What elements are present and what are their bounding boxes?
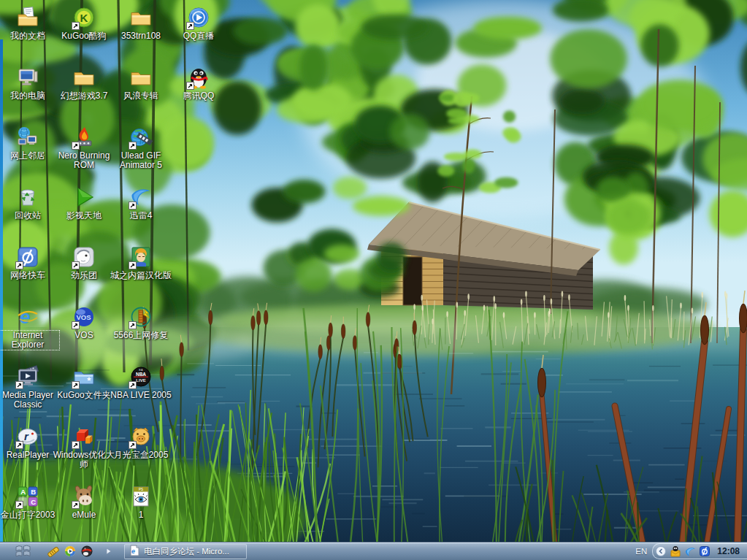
desktop-icon-recycle-bin[interactable]: 回收站	[0, 185, 55, 220]
desktop-icon-kugoo[interactable]: KKuGoo酷狗	[56, 6, 112, 41]
folder-icon	[129, 66, 153, 89]
desktop-icon-typing-blocks[interactable]: ABC金山打字2003	[0, 485, 55, 520]
ie-page-icon: e	[129, 545, 140, 559]
desktop-icon-label: 353trn108	[110, 31, 172, 41]
desktop-icon-label: KuGoo酷狗	[53, 31, 115, 41]
desktop-icon-label: 迅雷4	[110, 211, 172, 220]
folder-icon	[72, 66, 96, 89]
desktop-icon-kugoo-folder[interactable]: KuGoo文件夹	[56, 365, 112, 400]
desktop-icon-label: 网络快车	[0, 271, 59, 280]
desktop-icon-image-viewer[interactable]: PS1	[113, 485, 169, 520]
tray-area: EN 12:08	[635, 542, 747, 560]
flashget-icon	[16, 245, 39, 269]
desktop-icon-qq-live[interactable]: QQ直播	[171, 6, 226, 41]
desktop-icon-layer: 我的文档我的电脑网上邻居回收站网络快车eInternet ExplorerMed…	[0, 0, 747, 542]
anime-character-icon	[129, 245, 153, 269]
desktop-icon-thunder-bird[interactable]: 迅雷4	[113, 185, 169, 220]
desktop-icon-label: 1	[110, 510, 172, 520]
desktop-icon-label: 回收站	[0, 211, 59, 220]
windows-flag-icon[interactable]	[12, 543, 37, 559]
desktop-icon-green-play[interactable]: 影视天地	[56, 185, 112, 220]
green-play-icon	[72, 185, 96, 209]
o2jam-icon	[72, 245, 96, 269]
desktop-icon-label: Internet Explorer	[0, 331, 59, 350]
taskbar-clock[interactable]: 12:08	[713, 546, 746, 556]
desktop-icon-nba-live[interactable]: EANBALIVENBA LIVE 2005	[113, 365, 169, 400]
desktop-icon-label: 幻想游戏3.7	[53, 91, 115, 101]
emule-donkey-icon	[72, 485, 96, 508]
ulead-globe-icon	[129, 126, 153, 149]
desktop-icon-label: 我的电脑	[0, 91, 59, 101]
desktop-icon-label: eMule	[53, 510, 115, 520]
desktop-icon-anime-character[interactable]: 城之内篇汉化版	[113, 245, 169, 280]
quick-launch-expand-arrow[interactable]	[104, 545, 114, 557]
desktop-icon-label: Ulead GIF Animator 5	[110, 151, 172, 170]
desktop-icon-web-repair[interactable]: 5566上网修复	[113, 305, 169, 340]
desktop-icon-label: QQ直播	[167, 31, 230, 41]
desktop-icon-label: Windows优化大师	[53, 450, 115, 469]
windows-media-player-icon[interactable]	[64, 545, 77, 558]
internet-explorer-icon: e	[16, 305, 39, 329]
media-player-classic-icon	[16, 365, 39, 388]
svg-text:LIVE: LIVE	[136, 378, 145, 383]
desktop-icon-nero-flame[interactable]: Nero Burning ROM	[56, 126, 112, 170]
language-indicator[interactable]: EN	[635, 547, 647, 556]
desktop-icon-qq-penguin[interactable]: 腾讯QQ	[171, 66, 226, 101]
desktop-icon-network-places[interactable]: 网上邻居	[0, 126, 55, 161]
flashget-tray-icon[interactable]	[699, 545, 710, 557]
svg-text:K: K	[80, 12, 88, 24]
desktop-icon-my-computer[interactable]: 我的电脑	[0, 66, 55, 101]
recycle-bin-icon	[16, 185, 39, 209]
vos-sphere-icon: VOS	[72, 305, 96, 329]
desktop-icon-label: VOS	[53, 331, 115, 340]
desktop-icon-label: 影视天地	[53, 211, 115, 220]
jetaudio-icon[interactable]	[47, 545, 60, 558]
desktop-icon-vos-sphere[interactable]: VOSVOS	[56, 305, 112, 340]
image-viewer-icon: PS	[129, 485, 153, 508]
tray-chevron-icon[interactable]	[655, 545, 667, 557]
svg-text:e: e	[20, 306, 30, 328]
qq-penguin-icon	[187, 66, 210, 89]
network-places-icon	[16, 126, 39, 149]
taskbar-task-button[interactable]: e 电白同乡论坛 - Micro...	[124, 544, 247, 559]
task-button-label: 电白同乡论坛 - Micro...	[144, 546, 229, 557]
desktop-icon-media-player-classic[interactable]: Media Player Classic	[0, 365, 55, 410]
thunder-tray-icon[interactable]	[684, 545, 696, 557]
svg-text:A: A	[20, 488, 26, 496]
web-repair-icon	[129, 305, 153, 329]
nero-flame-icon	[72, 126, 96, 149]
desktop-icon-ulead-globe[interactable]: Ulead GIF Animator 5	[113, 126, 169, 170]
desktop-icon-optimizer-cubes[interactable]: Windows优化大师	[56, 425, 112, 469]
desktop-icon-folder[interactable]: 风浪专辑	[113, 66, 169, 101]
svg-text:e: e	[131, 548, 135, 555]
desktop-icon-label: 我的文档	[0, 31, 59, 41]
folder-icon	[129, 6, 153, 29]
music-player-icon[interactable]	[80, 545, 93, 558]
svg-text:PS: PS	[139, 488, 143, 491]
desktop-icon-label: 城之内篇汉化版	[110, 271, 172, 280]
pig-box-icon	[129, 425, 153, 448]
quick-launch-bar	[47, 545, 93, 558]
svg-text:C: C	[31, 498, 36, 506]
thunder-bird-icon	[129, 185, 153, 209]
optimizer-cubes-icon	[72, 425, 96, 448]
desktop-icon-label: RealPlayer	[0, 450, 59, 460]
desktop-icon-folder[interactable]: 幻想游戏3.7	[56, 66, 112, 101]
desktop-icon-emule-donkey[interactable]: eMule	[56, 485, 112, 520]
realplayer-icon: r	[16, 425, 39, 448]
desktop-icon-realplayer[interactable]: rRealPlayer	[0, 425, 55, 460]
desktop-icon-flashget[interactable]: 网络快车	[0, 245, 55, 280]
desktop-icon-label: Nero Burning ROM	[53, 151, 115, 170]
desktop-icon-pig-box[interactable]: 月光宝盒2005	[113, 425, 169, 460]
svg-text:NBA: NBA	[136, 372, 146, 377]
desktop-icon-o2jam[interactable]: 劲乐团	[56, 245, 112, 280]
desktop-icon-label: 月光宝盒2005	[110, 450, 172, 460]
desktop-icon-label: 金山打字2003	[0, 510, 59, 520]
desktop-icon-my-documents[interactable]: 我的文档	[0, 6, 55, 41]
desktop-icon-label: 腾讯QQ	[167, 91, 230, 101]
typing-blocks-icon: ABC	[16, 485, 39, 508]
desktop-icon-internet-explorer[interactable]: eInternet Explorer	[0, 305, 55, 350]
desktop-icon-folder[interactable]: 353trn108	[113, 6, 169, 41]
qq-tray-icon[interactable]	[670, 545, 681, 557]
taskbar: e 电白同乡论坛 - Micro... EN 12:08	[0, 542, 747, 560]
